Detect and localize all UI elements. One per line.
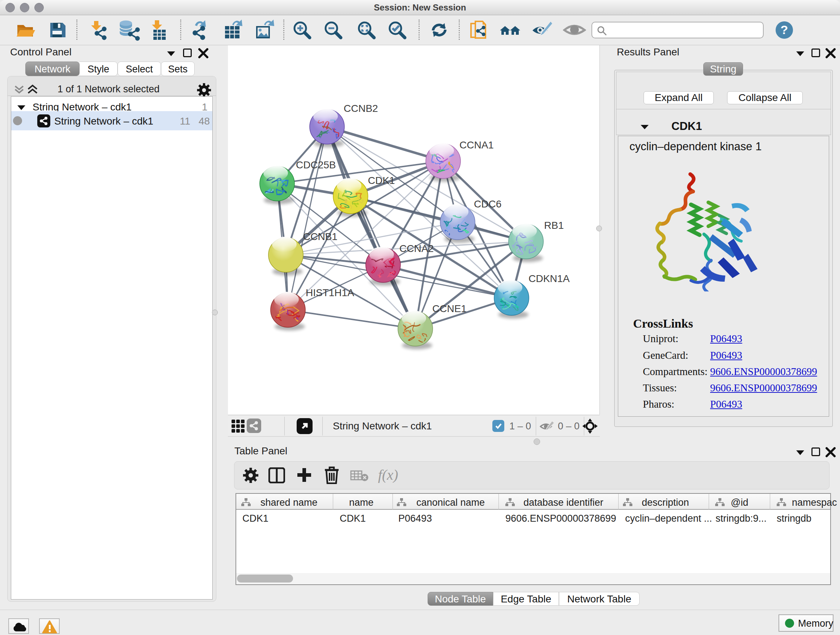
svg-text:CDC6: CDC6 <box>474 198 501 210</box>
svg-text:HIST1H1A: HIST1H1A <box>306 287 354 298</box>
svg-text:CDK1: CDK1 <box>368 175 395 186</box>
svg-text:CCNB1: CCNB1 <box>303 231 338 242</box>
svg-text:?: ? <box>781 23 788 36</box>
svg-text:CCNE1: CCNE1 <box>432 303 467 314</box>
svg-text:CCNB2: CCNB2 <box>344 103 378 114</box>
svg-text:CCNA2: CCNA2 <box>399 243 434 254</box>
svg-text:RB1: RB1 <box>544 220 564 231</box>
svg-text:CDKN1A: CDKN1A <box>529 273 570 284</box>
svg-text:CCNA1: CCNA1 <box>459 139 494 150</box>
svg-text:CDC25B: CDC25B <box>296 159 336 171</box>
